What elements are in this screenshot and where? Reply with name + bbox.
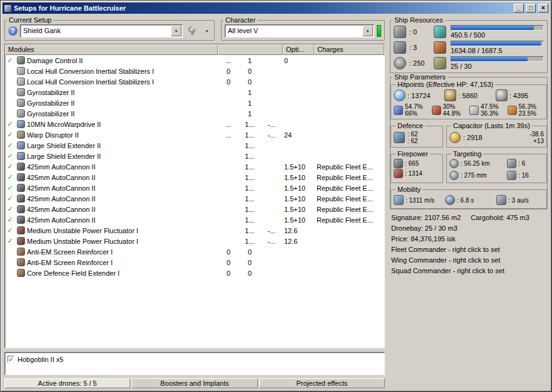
charges-column-header[interactable]: Charges (314, 44, 384, 55)
module-row[interactable]: ✓ Warp Disruptor II ... 1... -... 24 (5, 129, 384, 140)
thermal-resist-icon (432, 106, 441, 115)
module-row[interactable]: Anti-EM Screen Reinforcer I 0 0 (5, 246, 384, 257)
shield-resist-value: 56.3% (519, 103, 536, 110)
minimize-button[interactable]: _ (514, 4, 524, 13)
module-row[interactable]: Gyrostabilizer II 1 (5, 87, 384, 98)
module-row[interactable]: ✓ 425mm AutoCannon II 1... 1.5+10 Republ… (5, 214, 384, 225)
powergrid-icon (434, 41, 446, 54)
warp-disruptor-icon (17, 131, 25, 139)
targeting-cell: : 275 mm (449, 171, 504, 180)
module-col-b: 1 (239, 99, 260, 107)
structure-icon (496, 89, 508, 101)
module-row[interactable]: Core Defence Field Extender I 0 0 (5, 268, 384, 278)
module-name: 10MN MicroWarpdrive II (26, 121, 218, 128)
module-row[interactable]: ✓ 425mm AutoCannon II 1... 1.5+10 Republ… (5, 172, 384, 183)
character-select[interactable]: All level V ▼ (225, 24, 374, 38)
module-row[interactable]: Gyrostabilizer II 1 (5, 108, 384, 119)
hp-pool: : 13724 (394, 89, 442, 101)
module-row[interactable]: Local Hull Conversion Inertial Stabilize… (5, 76, 384, 87)
hp-resists: 54.7% 66% 30% 44.8% (394, 103, 544, 117)
turret-hardpoints-icon (394, 26, 406, 38)
module-optimal: 0 (283, 57, 314, 64)
setup-tools-arrow-icon[interactable]: ▼ (203, 24, 211, 38)
module-row[interactable]: ✓ 425mm AutoCannon II 1... 1.5+10 Republ… (5, 161, 384, 172)
setup-select-arrow-icon[interactable]: ▼ (171, 26, 181, 36)
mobility-value: : 6.8 s (457, 197, 474, 204)
module-row[interactable]: ✓ Damage Control II ... 1 0 (5, 55, 384, 66)
drone-checkbox[interactable]: ✓ (8, 356, 14, 363)
module-col-c: -... (260, 227, 283, 234)
module-row[interactable]: ✓ Medium Unstable Power Fluctuator I 1..… (5, 236, 384, 246)
summary-lines: Dronebay: 25 / 30 m3 Price: 84,376,195 i… (391, 223, 546, 276)
modules-rows: ✓ Damage Control II ... 1 0 (5, 55, 384, 348)
autocannon-icon (17, 163, 25, 171)
resource-bar-fill (451, 41, 541, 46)
maximize-button[interactable]: □ (526, 4, 536, 13)
modules-list: Modules Opti... Charges ✓ Damage Control… (4, 44, 385, 348)
optimal-column-header[interactable]: Opti... (283, 44, 314, 55)
shield-extender-icon (17, 141, 25, 149)
module-row[interactable]: Anti-EM Screen Reinforcer I 0 0 (5, 257, 384, 268)
drone-row[interactable]: ✓ Hobgoblin II x5 (8, 354, 382, 364)
titlebar[interactable]: Setups for Hurricane Battlecruiser _ □ × (3, 3, 549, 14)
capacitor-delta: -38.6 (529, 131, 544, 138)
help-icon[interactable]: ? (8, 26, 18, 36)
shield-extender-icon (17, 152, 25, 160)
module-optimal: 12.6 (283, 227, 314, 234)
module-row[interactable]: ✓ 425mm AutoCannon II 1... 1.5+10 Republ… (5, 183, 384, 193)
targeting-cell: : 16 (507, 171, 544, 180)
module-optimal: 1.5+10 (283, 195, 314, 203)
character-select-arrow-icon[interactable]: ▼ (362, 26, 373, 36)
module-row[interactable]: Gyrostabilizer II 1 (5, 98, 384, 108)
module-col-b: 1... (239, 153, 260, 160)
align-time-icon (445, 195, 455, 205)
firepower-value: : 665 (405, 160, 419, 167)
module-charges: Republic Fleet E... (314, 163, 384, 171)
module-col-a: 0 (218, 78, 239, 86)
module-name: Medium Unstable Power Fluctuator I (26, 238, 218, 245)
setup-select[interactable]: Shield Gank ▼ (20, 24, 183, 38)
window-content: Current Setup ? Shield Gank ▼ ▼ (3, 14, 549, 389)
module-row[interactable]: ✓ 425mm AutoCannon II 1... 1.5+10 Republ… (5, 204, 384, 214)
slot-count: : 0 (409, 28, 432, 36)
module-row[interactable]: ✓ Large Shield Extender II 1... (5, 140, 384, 151)
module-row[interactable]: Local Hull Conversion Inertial Stabilize… (5, 66, 384, 76)
module-row[interactable]: ✓ 425mm AutoCannon II 1... 1.5+10 Republ… (5, 193, 384, 204)
hitpoints-group: Hitpoints (Effective HP: 47,153) : 13724 (391, 81, 547, 119)
rig-icon (17, 269, 25, 277)
module-row[interactable]: ✓ Large Shield Extender II 1... (5, 151, 384, 161)
module-name: Large Shield Extender II (26, 153, 218, 160)
hp-pool-value: : 5860 (458, 92, 478, 99)
module-active-check-icon: ✓ (5, 214, 15, 225)
blank-column-header[interactable] (218, 44, 283, 55)
module-col-a: ... (218, 131, 239, 139)
damage-control-icon (17, 56, 25, 64)
bottom-bar-item[interactable]: Active drones: 5 / 5 (4, 378, 130, 388)
kinetic-resist-icon (469, 106, 479, 115)
capacitor-icon (449, 132, 461, 143)
module-row[interactable]: ✓ Medium Unstable Power Fluctuator I 1..… (5, 225, 384, 236)
setup-tools-button[interactable] (185, 24, 200, 38)
resource-bar-fill (451, 26, 534, 30)
mobility-cells: : 1311 m/s : 6.8 s : 3 au/s (394, 194, 544, 206)
upgrade-capacity-icon (434, 57, 446, 69)
module-active-check-icon: ✓ (5, 172, 15, 183)
module-row[interactable]: ✓ 10MN MicroWarpdrive II ... 1... -... (5, 119, 384, 129)
close-button[interactable]: × (538, 4, 548, 13)
cargohold-text: Cargohold: 475 m3 (471, 213, 529, 223)
bottom-bar-item[interactable]: Projected effects (259, 378, 385, 388)
targeting-label: Targeting (451, 150, 483, 158)
module-col-b: 1... (239, 184, 260, 192)
em-resist-icon (394, 106, 403, 115)
module-active-check-icon: ✓ (5, 193, 15, 204)
firepower-group: Firepower : 665 : 1 (391, 150, 443, 183)
modules-column-header[interactable]: Modules (5, 44, 218, 55)
hitpoints-label: Hitpoints (Effective HP: 47,153) (396, 81, 495, 88)
microwarpdrive-icon (17, 120, 25, 128)
ship-parameters-label: Ship Parameters (392, 73, 447, 81)
module-name: Anti-EM Screen Reinforcer I (26, 248, 218, 256)
bottom-bar-item[interactable]: Boosters and Implants (131, 378, 257, 388)
targeting-range-icon (449, 159, 459, 168)
character-skill-indicator (377, 25, 381, 37)
hp-pool-value: : 4395 (509, 92, 529, 99)
